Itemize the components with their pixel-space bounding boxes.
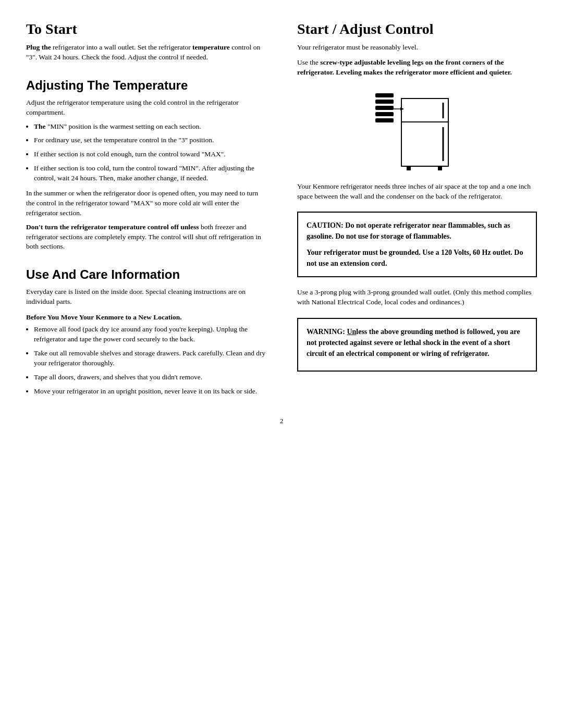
list-item: Move your refrigerator in an upright pos… xyxy=(34,387,266,397)
svg-rect-9 xyxy=(375,118,394,122)
the-bold: The xyxy=(34,122,46,130)
dont-turn-bold: Don't turn the refrigerator temperature … xyxy=(26,223,199,231)
list-item: Take out all removable shelves and stora… xyxy=(34,349,266,368)
plug-text-bold: Plug the xyxy=(26,43,51,51)
svg-rect-0 xyxy=(401,98,448,166)
adjusting-temp-section: Adjusting The Temperature Adjust the ref… xyxy=(26,78,266,252)
air-space-paragraph: Your Kenmore refrigerator needs three in… xyxy=(297,182,537,202)
caution-box: CAUTION: Do not operate refrigerator nea… xyxy=(297,212,537,277)
adjusting-temp-intro: Adjust the refrigerator temperature usin… xyxy=(26,98,266,118)
use-care-heading: Use And Care Information xyxy=(26,267,266,282)
use-care-section: Use And Care Information Everyday care i… xyxy=(26,267,266,396)
to-start-paragraph: Plug the refrigerator into a wall outlet… xyxy=(26,43,266,63)
screw-type-bold: screw-type adjustable leveling legs on t… xyxy=(297,58,512,76)
warning-label: WARNING: Unless the above grounding meth… xyxy=(307,328,520,357)
adjusting-temp-heading: Adjusting The Temperature xyxy=(26,78,266,93)
to-start-section: To Start Plug the refrigerator into a wa… xyxy=(26,21,266,63)
svg-rect-8 xyxy=(375,112,394,116)
summer-paragraph: In the summer or when the refrigerator d… xyxy=(26,189,266,218)
use-care-list: Remove all food (pack dry ice around any… xyxy=(34,325,266,396)
temperature-text-bold: temperature xyxy=(192,43,230,51)
svg-marker-11 xyxy=(400,107,404,110)
adjusting-temp-list: The "MIN" position is the warmest settin… xyxy=(34,122,266,183)
left-column: To Start Plug the refrigerator into a wa… xyxy=(26,21,271,401)
level-paragraph: Your refrigerator must be reasonably lev… xyxy=(297,43,537,53)
page-number: 2 xyxy=(26,417,537,425)
refrigerator-image xyxy=(370,88,464,171)
list-item: The "MIN" position is the warmest settin… xyxy=(34,122,266,132)
svg-rect-12 xyxy=(407,166,411,170)
list-item: Remove all food (pack dry ice around any… xyxy=(34,325,266,344)
use-care-intro: Everyday care is listed on the inside do… xyxy=(26,287,266,307)
svg-rect-7 xyxy=(375,106,394,110)
svg-rect-5 xyxy=(375,93,394,97)
grounding-paragraph: Use a 3-prong plug with 3-prong grounded… xyxy=(297,288,537,307)
svg-rect-13 xyxy=(438,166,442,170)
leveling-legs-paragraph: Use the screw-type adjustable leveling l… xyxy=(297,58,537,78)
list-item: If either section is not cold enough, tu… xyxy=(34,150,266,159)
start-adjust-section: Start / Adjust Control Your refrigerator… xyxy=(297,21,537,372)
svg-rect-6 xyxy=(375,100,394,104)
warning-text: WARNING: Unless the above grounding meth… xyxy=(307,326,528,359)
to-start-heading: To Start xyxy=(26,21,266,38)
warning-box: WARNING: Unless the above grounding meth… xyxy=(297,318,537,372)
caution-line2: Your refrigerator must be grounded. Use … xyxy=(307,247,528,269)
start-adjust-heading: Start / Adjust Control xyxy=(297,21,537,38)
page-number-text: 2 xyxy=(280,417,284,425)
list-item: For ordinary use, set the temperature co… xyxy=(34,135,266,145)
warning-paragraph: Don't turn the refrigerator temperature … xyxy=(26,223,266,252)
right-column: Start / Adjust Control Your refrigerator… xyxy=(292,21,537,401)
list-item: Tape all doors, drawers, and shelves tha… xyxy=(34,373,266,382)
list-item: If either section is too cold, turn the … xyxy=(34,164,266,183)
before-move-heading: Before You Move Your Kenmore to a New Lo… xyxy=(26,313,266,322)
svg-rect-1 xyxy=(401,98,448,122)
caution-line1: CAUTION: Do not operate refrigerator nea… xyxy=(307,220,528,242)
warning-underline: Un xyxy=(347,328,356,336)
